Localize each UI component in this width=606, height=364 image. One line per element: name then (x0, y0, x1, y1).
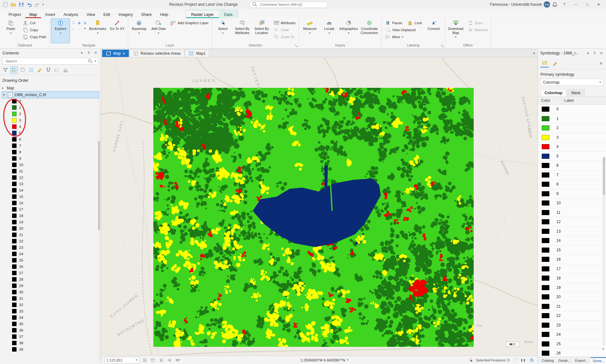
list-by-editing-icon[interactable] (36, 66, 43, 74)
legend-color-chip[interactable] (12, 137, 17, 142)
snapping-icon[interactable] (158, 357, 164, 363)
colormap-color-chip[interactable] (542, 191, 549, 196)
view-tab-reclass[interactable]: Reclass selective Areas (129, 50, 185, 57)
list-by-snapping-icon[interactable] (45, 66, 52, 74)
tab-colormap[interactable]: Colormap (540, 89, 567, 96)
legend-color-chip[interactable] (12, 118, 17, 122)
legend-color-chip[interactable] (12, 150, 17, 154)
command-search-input[interactable] (259, 2, 325, 7)
colormap-row[interactable]: 10 (538, 199, 606, 208)
project-icon[interactable] (3, 2, 8, 7)
colormap-row[interactable]: 7 (538, 171, 606, 180)
zoom-to-button[interactable]: Zoom To (272, 34, 297, 40)
goto-xy-button[interactable]: Go To XY (108, 19, 126, 43)
lock-labels-button[interactable]: Lock (406, 20, 423, 26)
colormap-color-chip[interactable] (542, 135, 549, 140)
tab-mask[interactable]: Mask (567, 89, 585, 96)
colormap-color-chip[interactable] (542, 107, 549, 112)
select-button[interactable]: Select ▾ (214, 19, 232, 43)
map-collapse-icon[interactable]: ▾ (2, 87, 5, 90)
close-view-tab-icon[interactable]: ✕ (122, 52, 125, 55)
contents-close-icon[interactable]: ✕ (93, 50, 98, 55)
view-tab-map[interactable]: Map ✕ (102, 50, 129, 57)
list-by-labeling-icon[interactable] (53, 66, 60, 74)
help-icon[interactable]: ? (560, 1, 569, 8)
explore-button[interactable]: Explore ▾ (51, 19, 70, 43)
colormap-row[interactable]: 21 (538, 302, 606, 312)
template-icon[interactable] (512, 357, 518, 363)
colormap-color-chip[interactable] (542, 248, 549, 253)
legend-color-chip[interactable] (12, 309, 17, 313)
legend-item[interactable]: 22 (0, 238, 101, 244)
tree-item-layer[interactable]: ▾ ✓ 1986_reclass_C.tif (2, 92, 99, 98)
legend-item[interactable]: 29 (0, 283, 101, 289)
legend-color-chip[interactable] (12, 124, 17, 129)
map-canvas[interactable]: JUABENSEKYEREKWABRE EASTEJISU-JUABENBOTS… (101, 57, 538, 356)
map-scale-select[interactable]: 1:121,811 ▾ (104, 357, 139, 363)
tab-map[interactable]: Map (25, 11, 41, 18)
legend-color-chip[interactable] (12, 245, 17, 250)
infographics-button[interactable]: Infographics ▾ (339, 19, 358, 43)
scroll-down-icon[interactable]: ▼ (601, 347, 605, 351)
next-extent-icon[interactable]: → (76, 26, 82, 31)
tab-raster-layer[interactable]: Raster Layer (186, 11, 219, 18)
colormap-row[interactable]: 23 (538, 321, 606, 330)
legend-color-chip[interactable] (12, 233, 17, 237)
legend-color-chip[interactable] (12, 201, 17, 205)
legend-color-chip[interactable] (12, 144, 17, 148)
colormap-row[interactable]: 9 (538, 189, 606, 199)
legend-color-chip[interactable] (12, 175, 17, 180)
colormap-color-chip[interactable] (542, 172, 549, 178)
legend-item[interactable]: 19 (0, 219, 101, 225)
add-graphics-layer-button[interactable]: Add Graphics Layer (169, 20, 210, 26)
symbology-close-icon[interactable]: ✕ (599, 51, 604, 56)
minimize-button[interactable]: ─ (571, 1, 581, 8)
basemap-button[interactable]: Basemap ▾ (130, 19, 148, 43)
symbology-pin-icon[interactable] (592, 51, 597, 56)
colormap-color-chip[interactable] (542, 294, 549, 299)
colormap-row[interactable]: 20 (538, 292, 606, 302)
legend-item[interactable]: 26 (0, 263, 101, 270)
legend-item[interactable]: 23 (0, 244, 101, 251)
legend-color-chip[interactable] (12, 284, 17, 288)
dock-tab-geoprocessing[interactable]: Geopr... (556, 358, 573, 363)
legend-color-chip[interactable] (12, 290, 17, 294)
crosshair-icon[interactable] (167, 357, 172, 363)
legend-color-chip[interactable] (12, 315, 17, 320)
colormap-row[interactable]: 8 (538, 180, 606, 189)
legend-item[interactable]: 39 (0, 346, 101, 353)
legend-item[interactable]: 34 (0, 314, 101, 321)
clear-button[interactable]: Clear (272, 27, 297, 33)
legend-item[interactable]: 35 (0, 321, 101, 327)
tab-help[interactable]: Help (156, 11, 172, 18)
list-by-data-source-icon[interactable] (19, 66, 26, 74)
colormap-color-chip[interactable] (542, 351, 549, 356)
redo-icon[interactable] (34, 2, 40, 7)
layer-visibility-checkbox[interactable]: ✓ (8, 93, 13, 97)
sync-button[interactable]: Sync (466, 20, 490, 26)
legend-item[interactable]: 37 (0, 333, 101, 340)
legend-color-chip[interactable] (12, 303, 17, 307)
legend-item[interactable]: 10 (0, 162, 101, 168)
remove-button[interactable]: Remove (466, 27, 490, 33)
colormap-color-chip[interactable] (542, 154, 549, 159)
symbology-scrollbar[interactable] (603, 157, 605, 346)
avatar[interactable]: FD (544, 1, 550, 8)
colormap-color-chip[interactable] (542, 276, 549, 281)
legend-color-chip[interactable] (12, 264, 17, 269)
legend-item[interactable]: 5 (0, 130, 101, 136)
contents-scrollbar[interactable] (98, 100, 101, 363)
selection-dialog-launcher-icon[interactable] (295, 44, 298, 47)
pause-labeling-button[interactable]: Pause (383, 20, 404, 26)
legend-color-chip[interactable] (12, 207, 17, 212)
refresh-icon[interactable] (529, 357, 534, 363)
selected-features[interactable]: Selected Features: 0 (468, 357, 510, 363)
colormap-row[interactable]: 4 (538, 142, 606, 152)
legend-item[interactable]: 31 (0, 295, 101, 302)
colormap-color-chip[interactable] (542, 285, 549, 290)
colormap-row[interactable]: 15 (538, 246, 606, 255)
legend-item[interactable]: 0 (0, 98, 101, 104)
symbology-caret-icon[interactable]: ▾ (585, 51, 590, 56)
legend-color-chip[interactable] (12, 334, 17, 339)
legend-item[interactable]: 17 (0, 206, 101, 213)
